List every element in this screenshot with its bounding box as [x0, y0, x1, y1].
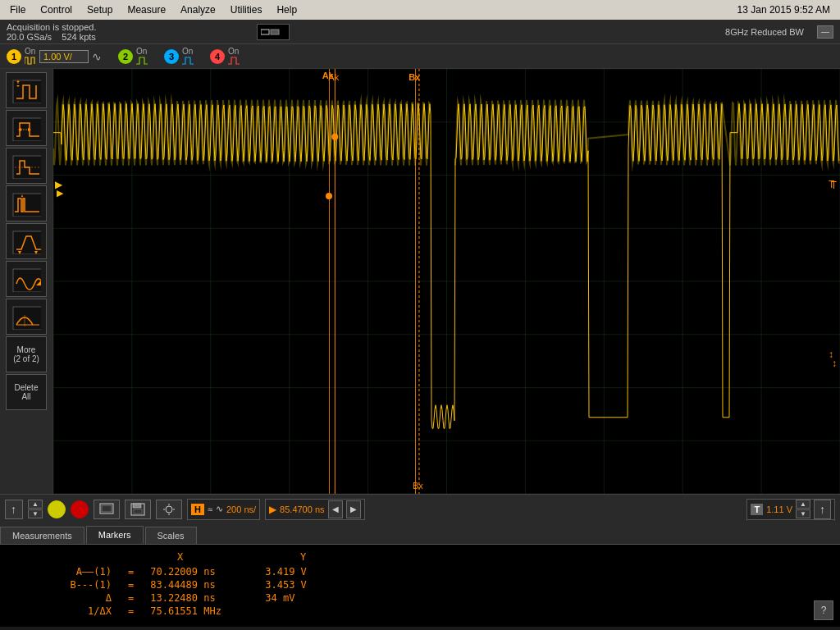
h-scale-icon1: ≈	[208, 504, 212, 514]
pulse-width-btn[interactable]	[6, 110, 47, 146]
meas-y-a: 3.419 V	[265, 566, 331, 578]
tab-markers[interactable]: Markers	[86, 526, 144, 544]
svg-point-27	[166, 506, 172, 513]
menu-setup[interactable]: Setup	[80, 2, 119, 17]
floppy-icon	[130, 503, 145, 516]
meas-row-freq: 1/ΔX = 75.61551 MHz	[13, 605, 331, 617]
ch1-value[interactable]: 1.00 V/	[39, 50, 89, 63]
marker-b-label: Bx	[409, 72, 420, 491]
marker-a-label: Ak	[322, 71, 334, 80]
ch3-on-label: On	[182, 47, 193, 56]
rise-fall-btn[interactable]	[6, 223, 47, 259]
trigger-up-btn[interactable]: ▲	[796, 500, 810, 509]
meas-label-b: B---(1)	[13, 579, 112, 591]
meas-x-a: 70.22009 ns	[150, 566, 249, 578]
channel-3[interactable]: 3 On	[164, 47, 194, 66]
ch2-color-btn[interactable]	[71, 500, 89, 518]
channel-2[interactable]: 2 On	[118, 47, 148, 66]
svg-rect-0	[261, 30, 269, 34]
status-bar: Acquisition is stopped. 20.0 GSa/s 524 k…	[0, 20, 840, 44]
runt-icon	[11, 153, 41, 179]
menu-analyze[interactable]: Analyze	[174, 2, 222, 17]
brightness-btn[interactable]	[156, 500, 182, 519]
channel-row: 1 On 1.00 V/ ∿ 2 On 3 On	[0, 44, 840, 69]
trigger-icon	[261, 26, 285, 38]
rise-fall-icon	[11, 228, 41, 254]
svg-rect-1	[271, 30, 279, 34]
h-label: H	[191, 504, 204, 515]
ch3-number: 3	[164, 49, 179, 64]
svg-rect-23	[102, 505, 112, 512]
marker-left-btn[interactable]: ◀	[328, 500, 343, 518]
t-label: T	[751, 504, 763, 515]
menu-utilities[interactable]: Utilities	[224, 2, 269, 17]
meas-eq-freq: =	[128, 605, 134, 617]
meas-x-b: 83.44489 ns	[150, 579, 249, 591]
brightness-icon	[162, 503, 176, 516]
glitch-btn[interactable]	[6, 185, 47, 221]
svg-rect-25	[133, 504, 141, 508]
floppy-btn[interactable]	[125, 500, 151, 519]
trigger-section: T 1.11 V ▲ ▼ ↑	[746, 499, 835, 520]
sample-rate-memory: 20.0 GSa/s 524 kpts	[7, 32, 96, 42]
scroll-up-btn[interactable]: ↑	[5, 500, 23, 519]
t-marker-arrow: ↕	[832, 358, 837, 369]
tab-scales[interactable]: Scales	[145, 527, 197, 544]
meas-header-row: X Y	[13, 551, 331, 563]
menu-help[interactable]: Help	[270, 2, 304, 17]
display-btn[interactable]	[94, 500, 120, 519]
ch1-coupling: ∿	[92, 50, 102, 63]
tab-measurements[interactable]: Measurements	[0, 527, 84, 544]
marker-a-line	[329, 69, 330, 494]
edge-trigger-btn[interactable]	[6, 72, 47, 108]
pulse-icon	[11, 115, 41, 141]
ch1-color-btn[interactable]	[48, 500, 66, 518]
trigger-value[interactable]: 1.11 V	[766, 504, 792, 514]
h-scale-value: 200 ns/	[226, 504, 256, 514]
marker-right-btn[interactable]: ▶	[346, 500, 361, 518]
ch1-wave-icon	[25, 56, 36, 66]
menu-file[interactable]: File	[3, 2, 32, 17]
scroll-down-small[interactable]: ▼	[28, 509, 43, 518]
col-y-header: Y	[300, 551, 306, 563]
trigger-scroll-btn[interactable]: ↑	[814, 500, 831, 519]
trigger-down-btn[interactable]: ▼	[796, 509, 810, 518]
display-icon	[99, 503, 114, 516]
oscilloscope-display[interactable]: Ak Bx T ↕ ▶	[53, 69, 840, 494]
serial-btn[interactable]	[6, 261, 47, 297]
meas-y-b: 3.453 V	[265, 579, 331, 591]
scroll-up-small[interactable]: ▲	[28, 500, 43, 509]
bandwidth-info: 8GHz Reduced BW	[725, 27, 804, 37]
runt-btn[interactable]	[6, 148, 47, 184]
menu-control[interactable]: Control	[34, 2, 79, 17]
menu-measure[interactable]: Measure	[121, 2, 172, 17]
auto-measure-btn[interactable]	[6, 299, 47, 335]
ch4-wave-icon	[228, 56, 240, 66]
ch2-wave-icon	[136, 56, 148, 66]
horizontal-section: H ≈ ∿ 200 ns/	[187, 499, 260, 520]
waveform-canvas[interactable]	[53, 69, 840, 494]
menu-items: File Control Setup Measure Analyze Utili…	[3, 2, 304, 17]
ch1-on-label: On	[25, 47, 35, 56]
auto-measure-icon	[11, 304, 41, 330]
h-scale-icon2: ∿	[216, 504, 223, 514]
edge-trigger-icon	[11, 77, 41, 103]
help-button[interactable]: ?	[814, 600, 833, 620]
left-toolbar: More (2 of 2) Delete All	[0, 69, 53, 494]
marker-indicator: ▶	[269, 504, 276, 515]
marker-position-value[interactable]: 85.4700 ns	[280, 504, 324, 514]
channel-4[interactable]: 4 On	[210, 47, 240, 66]
meas-row-delta: Δ = 13.22480 ns 34 mV	[13, 592, 331, 604]
meas-label-a: A——(1)	[13, 566, 112, 578]
bottom-controls: ↑ ▲ ▼ H ≈ ∿ 200 ns/	[0, 494, 840, 523]
meas-eq-b: =	[128, 579, 134, 591]
channel-1[interactable]: 1 On 1.00 V/ ∿	[7, 47, 102, 66]
minimize-button[interactable]: —	[817, 25, 833, 39]
menu-bar: File Control Setup Measure Analyze Utili…	[0, 0, 840, 20]
ch1-level-indicator: ▶	[57, 188, 63, 199]
more-btn[interactable]: More (2 of 2)	[6, 336, 47, 372]
ch4-number: 4	[210, 49, 225, 64]
col-x-header: X	[177, 551, 284, 563]
delete-all-btn[interactable]: Delete All	[6, 374, 47, 410]
meas-row-a: A——(1) = 70.22009 ns 3.419 V	[13, 566, 331, 578]
